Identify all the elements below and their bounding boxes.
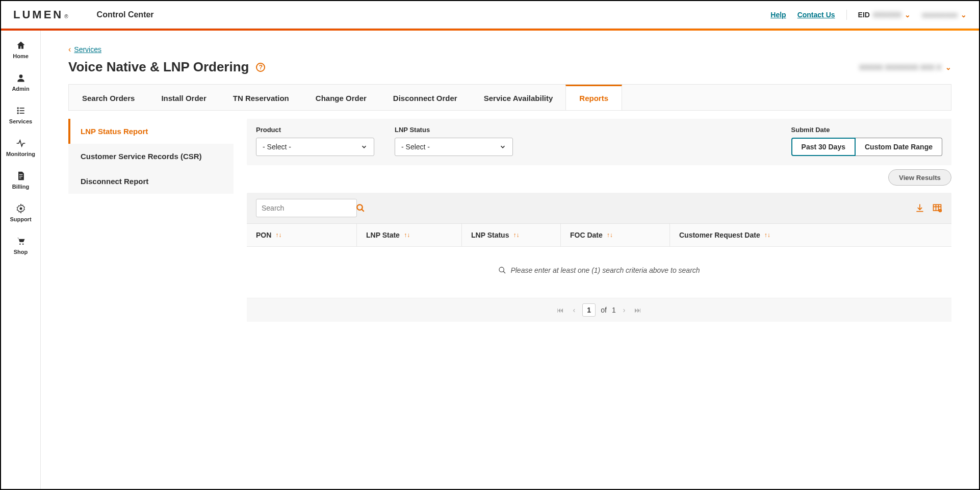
sort-icon: ↑↓ <box>607 231 613 239</box>
columns-settings-icon[interactable] <box>932 203 942 213</box>
sort-icon: ↑↓ <box>404 231 410 239</box>
tab-bar: Search Orders Install Order TN Reservati… <box>68 84 951 111</box>
pager-of-label: of <box>601 306 607 314</box>
svg-point-3 <box>17 110 18 111</box>
tab-reports[interactable]: Reports <box>565 85 622 110</box>
help-link[interactable]: Help <box>770 11 786 19</box>
toggle-custom-date-range[interactable]: Custom Date Range <box>856 138 942 156</box>
separator <box>846 10 847 20</box>
subnav-lnp-status-report[interactable]: LNP Status Report <box>68 119 234 144</box>
submit-date-label: Submit Date <box>791 126 942 134</box>
results-empty-state: Please enter at least one (1) search cri… <box>247 247 951 298</box>
svg-line-14 <box>362 209 364 212</box>
subnav-csr[interactable]: Customer Service Records (CSR) <box>68 144 234 169</box>
download-icon[interactable] <box>915 203 925 213</box>
col-header-foc-date[interactable]: FOC Date ↑↓ <box>561 224 670 246</box>
nav-item-services[interactable]: Services <box>1 103 40 126</box>
toggle-past-30-days[interactable]: Past 30 Days <box>791 138 856 156</box>
nav-item-admin[interactable]: Admin <box>1 70 40 94</box>
tab-install-order[interactable]: Install Order <box>148 85 219 110</box>
chevron-down-icon: ⌄ <box>905 11 911 19</box>
svg-point-5 <box>17 112 18 114</box>
lnp-status-select[interactable]: - Select - <box>395 138 513 156</box>
product-select[interactable]: - Select - <box>256 138 374 156</box>
svg-point-11 <box>19 244 21 245</box>
pager-current-page[interactable]: 1 <box>582 303 596 317</box>
product-label: Product <box>256 126 374 134</box>
svg-rect-2 <box>19 108 24 109</box>
col-label: Customer Request Date <box>679 231 760 239</box>
lnp-status-label: LNP Status <box>395 126 513 134</box>
sort-icon: ↑↓ <box>764 231 770 239</box>
col-header-customer-request-date[interactable]: Customer Request Date ↑↓ <box>670 224 951 246</box>
search-icon[interactable] <box>356 203 365 213</box>
sort-icon: ↑↓ <box>513 231 519 239</box>
chevron-down-icon: ⌄ <box>961 11 967 19</box>
chevron-down-icon <box>360 143 368 150</box>
col-header-lnp-status[interactable]: LNP Status ↑↓ <box>462 224 561 246</box>
reports-subnav: LNP Status Report Customer Service Recor… <box>68 119 234 322</box>
list-icon <box>15 105 27 116</box>
tab-change-order[interactable]: Change Order <box>302 85 380 110</box>
product-select-value: - Select - <box>263 143 291 151</box>
tab-disconnect-order[interactable]: Disconnect Order <box>380 85 471 110</box>
tab-service-availability[interactable]: Service Availability <box>471 85 566 110</box>
subnav-disconnect-report[interactable]: Disconnect Report <box>68 169 234 194</box>
account-selector-top[interactable]: xxxxxxxxx ⌄ <box>922 11 967 19</box>
eid-selector[interactable]: EID XXXXXX ⌄ <box>858 11 911 19</box>
user-icon <box>15 72 27 84</box>
svg-rect-9 <box>19 177 21 178</box>
svg-rect-4 <box>19 110 24 111</box>
account-value: xxxxxxxxx <box>922 11 958 19</box>
search-input[interactable] <box>256 204 356 212</box>
page-account-selector[interactable]: XXXXX XXXXXXX XXX X ⌄ <box>859 63 951 71</box>
pager-prev-icon[interactable]: ‹ <box>571 306 578 314</box>
pager-next-icon[interactable]: › <box>621 306 628 314</box>
col-header-lnp-state[interactable]: LNP State ↑↓ <box>357 224 462 246</box>
breadcrumb: ‹ Services <box>68 45 951 54</box>
pager-total-pages: 1 <box>612 306 616 314</box>
filter-bar: Product - Select - LNP Status - Select - <box>247 119 951 165</box>
tab-tn-reservation[interactable]: TN Reservation <box>220 85 302 110</box>
col-label: LNP Status <box>471 231 509 239</box>
help-icon[interactable]: ? <box>256 63 265 72</box>
view-results-button[interactable]: View Results <box>888 169 951 186</box>
contact-us-link[interactable]: Contact Us <box>797 11 835 19</box>
left-nav: Home Admin Services Monitoring Billing S… <box>1 31 41 489</box>
results-header-row: PON ↑↓ LNP State ↑↓ LNP Status ↑↓ <box>247 224 951 247</box>
svg-rect-6 <box>19 113 24 114</box>
home-icon <box>15 40 27 51</box>
nav-item-monitoring[interactable]: Monitoring <box>1 136 40 159</box>
page-title: Voice Native & LNP Ordering <box>68 59 249 75</box>
nav-label: Home <box>13 53 29 59</box>
svg-rect-8 <box>19 176 22 176</box>
tab-search-orders[interactable]: Search Orders <box>69 85 148 110</box>
svg-point-20 <box>499 267 504 272</box>
results-section: PON ↑↓ LNP State ↑↓ LNP Status ↑↓ <box>247 193 951 322</box>
nav-label: Admin <box>12 86 29 92</box>
chevron-left-icon: ‹ <box>68 45 71 54</box>
nav-item-home[interactable]: Home <box>1 38 40 61</box>
pager: ⏮ ‹ 1 of 1 › ⏭ <box>247 298 951 322</box>
nav-item-billing[interactable]: Billing <box>1 168 40 192</box>
lnp-status-select-value: - Select - <box>401 143 430 151</box>
eid-value: XXXXXX <box>873 11 901 19</box>
gear-icon <box>15 203 27 214</box>
nav-item-support[interactable]: Support <box>1 201 40 224</box>
chevron-down-icon <box>499 143 506 150</box>
activity-icon <box>15 138 27 149</box>
search-input-wrap <box>256 199 357 217</box>
col-header-pon[interactable]: PON ↑↓ <box>247 224 357 246</box>
nav-item-shop[interactable]: Shop <box>1 234 40 257</box>
nav-label: Services <box>9 118 32 124</box>
table-action-icons <box>915 203 942 213</box>
main-content: ‹ Services Voice Native & LNP Ordering ?… <box>41 31 979 489</box>
invoice-icon <box>15 170 27 182</box>
svg-point-1 <box>17 107 18 109</box>
pager-last-icon[interactable]: ⏭ <box>632 306 643 314</box>
svg-point-0 <box>19 74 22 78</box>
title-row: Voice Native & LNP Ordering ? XXXXX XXXX… <box>68 59 951 75</box>
breadcrumb-services-link[interactable]: Services <box>74 45 101 54</box>
svg-rect-7 <box>19 174 22 175</box>
pager-first-icon[interactable]: ⏮ <box>555 306 566 314</box>
